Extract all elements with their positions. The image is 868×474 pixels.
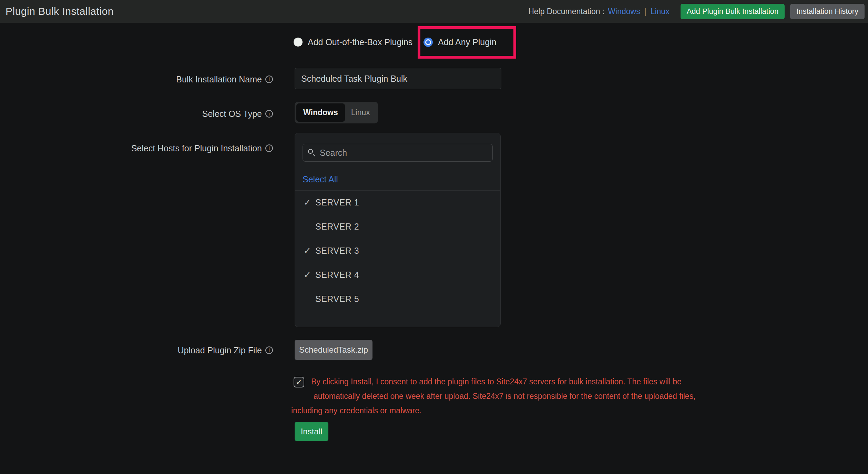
bulk-installation-name-label: Bulk Installation Name i: [0, 74, 273, 85]
help-documentation-label: Help Documentation :: [528, 7, 604, 16]
info-icon[interactable]: i: [265, 346, 273, 354]
install-button[interactable]: Install: [295, 422, 328, 441]
add-plugin-bulk-installation-button[interactable]: Add Plugin Bulk Installation: [681, 4, 785, 19]
host-row-server-5[interactable]: ✓ SERVER 5: [295, 287, 500, 311]
host-row-server-2[interactable]: ✓ SERVER 2: [295, 214, 500, 239]
plugin-bulk-installation-page: Plugin Bulk Installation Help Documentat…: [0, 0, 868, 474]
help-windows-link[interactable]: Windows: [608, 7, 640, 16]
consent-text-line-1: By clicking Install, I consent to add th…: [311, 377, 682, 386]
hosts-selection-panel: Select All ✓ SERVER 1 ✓ SERVER 2 ✓ SERVE…: [295, 133, 501, 327]
radio-add-any-plugin[interactable]: Add Any Plugin: [423, 37, 497, 47]
consent-text-line-2: automatically deleted one week after upl…: [314, 392, 696, 401]
info-icon[interactable]: i: [265, 144, 273, 152]
host-search-input[interactable]: [320, 148, 487, 158]
info-icon[interactable]: i: [265, 110, 273, 118]
upload-plugin-zip-label: Upload Plugin Zip File i: [0, 345, 273, 356]
consent-checkbox[interactable]: ✓: [294, 377, 304, 387]
radio-selected-icon[interactable]: [423, 38, 433, 47]
select-all-link[interactable]: Select All: [303, 174, 338, 184]
bulk-installation-name-input[interactable]: [295, 68, 501, 89]
installation-history-button[interactable]: Installation History: [790, 4, 865, 19]
search-icon: [308, 149, 316, 157]
select-os-type-label: Select OS Type i: [0, 108, 273, 119]
link-separator: |: [644, 7, 647, 16]
consent-text-line-3: including any credentials or malware.: [291, 406, 421, 415]
host-list: ✓ SERVER 1 ✓ SERVER 2 ✓ SERVER 3 ✓ SERVE…: [295, 190, 500, 311]
radio-unselected-icon[interactable]: [294, 38, 303, 47]
os-type-toggle: Windows Linux: [295, 102, 378, 123]
check-icon: ✓: [304, 270, 315, 280]
check-icon: ✓: [296, 379, 302, 386]
host-row-server-3[interactable]: ✓ SERVER 3: [295, 239, 500, 263]
check-icon: ✓: [304, 245, 315, 256]
host-row-server-1[interactable]: ✓ SERVER 1: [295, 190, 500, 214]
radio-label: Add Out-of-the-Box Plugins: [308, 37, 412, 47]
info-icon[interactable]: i: [265, 75, 273, 83]
os-segment-windows[interactable]: Windows: [296, 103, 345, 122]
check-icon: ✓: [304, 197, 315, 208]
host-search-box[interactable]: [303, 144, 493, 162]
host-row-server-4[interactable]: ✓ SERVER 4: [295, 263, 500, 287]
select-hosts-label: Select Hosts for Plugin Installation i: [0, 143, 273, 154]
uploaded-file-button[interactable]: ScheduledTask.zip: [295, 340, 372, 360]
radio-label: Add Any Plugin: [438, 37, 497, 47]
page-title: Plugin Bulk Installation: [6, 6, 114, 17]
header-bar: Plugin Bulk Installation Help Documentat…: [0, 0, 868, 23]
header-actions: Help Documentation : Windows | Linux Add…: [528, 0, 865, 23]
help-linux-link[interactable]: Linux: [651, 7, 670, 16]
radio-add-out-of-the-box-plugins[interactable]: Add Out-of-the-Box Plugins: [294, 37, 412, 47]
os-segment-linux[interactable]: Linux: [345, 103, 376, 122]
